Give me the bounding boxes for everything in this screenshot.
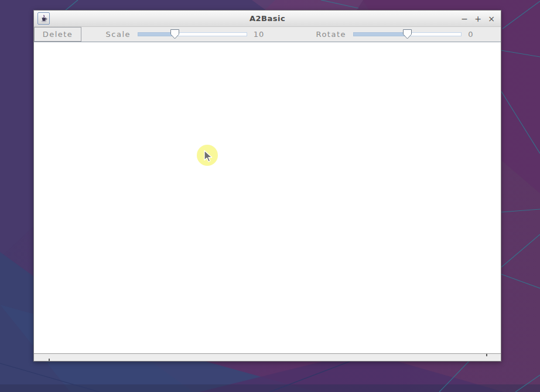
scale-value: 10 xyxy=(247,27,271,42)
drawing-canvas[interactable] xyxy=(34,42,501,353)
titlebar[interactable]: A2Basic − + × xyxy=(34,11,501,27)
resize-grip-right[interactable] xyxy=(486,354,487,356)
delete-button[interactable]: Delete xyxy=(34,27,81,42)
resize-grip-left[interactable] xyxy=(49,359,50,361)
scale-slider-fill xyxy=(138,32,175,36)
app-window: A2Basic − + × Delete Scale 10 Rotate xyxy=(33,10,501,362)
maximize-button[interactable]: + xyxy=(474,11,481,27)
toolbar: Delete Scale 10 Rotate 0 xyxy=(34,27,501,42)
window-controls: − + × xyxy=(461,11,495,27)
scale-slider[interactable] xyxy=(138,27,247,42)
rotate-slider-fill xyxy=(353,32,408,36)
scale-label: Scale xyxy=(93,27,131,42)
window-title: A2Basic xyxy=(34,11,501,27)
rotate-label: Rotate xyxy=(298,27,346,42)
arrow-pointer-icon xyxy=(204,150,213,162)
scale-slider-thumb[interactable] xyxy=(170,29,179,39)
close-button[interactable]: × xyxy=(488,11,495,27)
bottom-bar[interactable] xyxy=(34,353,501,361)
rotate-value: 0 xyxy=(459,27,483,42)
rotate-slider-thumb[interactable] xyxy=(403,29,412,39)
rotate-slider[interactable] xyxy=(353,27,462,42)
minimize-button[interactable]: − xyxy=(461,11,468,27)
desktop: A2Basic − + × Delete Scale 10 Rotate xyxy=(0,0,540,392)
